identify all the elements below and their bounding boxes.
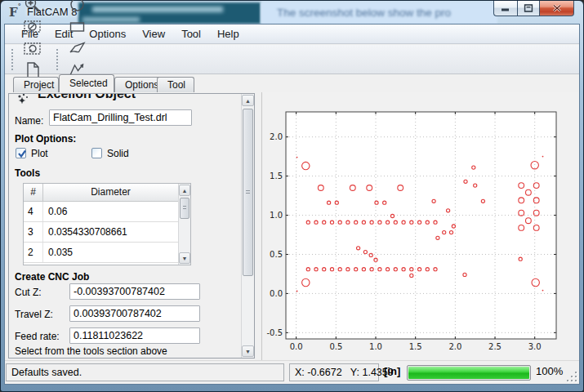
svg-text:-0.5: -0.5	[266, 328, 283, 337]
statusbar: Defaults saved. X: -0.6672 Y: 1.4359 [in…	[5, 360, 579, 384]
svg-text:2.5: 2.5	[488, 342, 502, 351]
background-bleed-text: The screenshot below show the pro	[277, 7, 522, 19]
svg-text:2.0: 2.0	[448, 342, 461, 351]
tools-label: Tools	[15, 167, 40, 179]
tab-selected[interactable]: Selected	[59, 74, 114, 92]
status-message: Defaults saved.	[6, 363, 284, 381]
table-scroll-up-icon[interactable]: ▲	[179, 185, 190, 196]
svg-text:0.0: 0.0	[270, 289, 283, 298]
zoom-in-icon[interactable]	[21, 0, 43, 16]
solid-checkbox[interactable]	[91, 148, 102, 158]
name-label: Name:	[15, 115, 43, 127]
table-scrollbar-thumb[interactable]	[180, 198, 189, 219]
cnc-label-2: Feed rate:	[15, 331, 60, 342]
menubar: FileEditOptionsViewToolHelp	[5, 24, 579, 44]
units-indicator[interactable]: [in]	[384, 365, 400, 377]
tool-diameter[interactable]: 0.035	[43, 243, 178, 262]
svg-text:1.0: 1.0	[369, 342, 382, 351]
cnc-section-title: Create CNC Job	[15, 271, 89, 283]
app-window: The screenshot below show the pro F° Fla…	[0, 0, 584, 392]
tool-number[interactable]: 2	[24, 243, 43, 262]
tool-number[interactable]: 4	[24, 202, 43, 221]
panel-title: Excellon Object	[38, 93, 136, 101]
cnc-label-0: Cut Z:	[15, 287, 42, 298]
panel-scroll-down-icon[interactable]: ▼	[242, 345, 254, 357]
tab-project[interactable]: Project	[13, 77, 59, 92]
tool-diameter[interactable]: 0.06	[43, 202, 178, 221]
maximize-button[interactable]	[517, 1, 540, 16]
draw-polygon-icon[interactable]	[66, 38, 88, 60]
svg-text:0.5: 0.5	[329, 342, 342, 351]
draw-rectangle-icon[interactable]	[66, 16, 88, 38]
panel-scrollbar[interactable]: ▲ ▼	[241, 94, 254, 358]
toolbar-grip[interactable]	[11, 49, 16, 70]
svg-text:1.5: 1.5	[270, 172, 283, 180]
panel-scrollbar-thumb[interactable]	[243, 109, 253, 276]
cnc-input-travel-z-[interactable]	[69, 305, 200, 322]
plot-checkbox[interactable]	[16, 148, 26, 158]
svg-text:0.0: 0.0	[290, 342, 303, 351]
svg-text:1.5: 1.5	[409, 342, 422, 351]
table-scroll-down-icon[interactable]: ▼	[179, 252, 190, 264]
table-scrollbar[interactable]: ▲ ▼	[178, 184, 190, 265]
tool-diameter[interactable]: 0.0354330708661	[43, 222, 178, 242]
cnc-input-cut-z-[interactable]	[69, 283, 200, 300]
menu-help[interactable]: Help	[209, 25, 247, 42]
progress-bar	[407, 365, 531, 381]
svg-text:0.5: 0.5	[270, 250, 283, 259]
toolbar: Ok	[5, 45, 579, 74]
tools-hint: Select from the tools section above	[15, 345, 167, 357]
tools-table-header[interactable]: # Diameter	[24, 184, 178, 202]
selected-object-panel: Excellon Object Name: Plot Options: Plot…	[8, 93, 255, 359]
minimize-button[interactable]	[493, 1, 517, 16]
col-header-diameter[interactable]: Diameter	[43, 184, 178, 201]
svg-text:1.0: 1.0	[270, 211, 283, 220]
cnc-label-1: Travel Z:	[15, 309, 53, 320]
draw-circle-icon[interactable]	[66, 0, 88, 16]
svg-text:2.0: 2.0	[270, 132, 283, 141]
cnc-input-feed-rate-[interactable]	[69, 327, 200, 344]
plot-options-label: Plot Options:	[15, 133, 76, 145]
col-header-number[interactable]: #	[24, 184, 43, 201]
background-bleed-textbar2	[82, 17, 140, 22]
tools-table: # Diameter 40.0630.035433070866120.035 ▲…	[23, 183, 191, 265]
panel-scroll-up-icon[interactable]: ▲	[242, 95, 254, 106]
replot-icon[interactable]	[21, 38, 43, 60]
clear-plot-icon[interactable]	[21, 16, 43, 38]
tab-tool[interactable]: Tool	[157, 77, 194, 92]
coordinates-readout: X: -0.6672 Y: 1.4359	[289, 363, 379, 381]
name-input[interactable]	[49, 109, 192, 126]
excellon-drill-icon	[16, 93, 32, 110]
plot-checkbox-label: Plot	[31, 148, 48, 159]
tab-bar: ProjectSelectedOptionsTool	[8, 74, 278, 92]
plot-canvas[interactable]: 0.00.51.01.52.02.53.0-0.50.00.51.01.52.0	[262, 110, 577, 361]
menu-view[interactable]: View	[134, 25, 173, 42]
tool-row-3[interactable]: 30.0354330708661	[24, 222, 178, 243]
menu-tool[interactable]: Tool	[173, 25, 209, 42]
solid-checkbox-label: Solid	[107, 148, 129, 159]
toolbar-grip-2[interactable]	[56, 49, 60, 70]
close-button[interactable]	[540, 1, 574, 16]
tool-row-2[interactable]: 20.035	[24, 243, 178, 263]
background-bleed-textbar	[92, 7, 223, 12]
tool-row-4[interactable]: 40.06	[24, 202, 178, 222]
progress-percent: 100%	[536, 365, 563, 377]
tool-number[interactable]: 3	[24, 222, 43, 242]
svg-text:3.0: 3.0	[528, 342, 542, 351]
plot-region: 0.00.51.01.52.02.53.0-0.50.00.51.01.52.0	[261, 92, 579, 362]
progress-fill	[408, 367, 529, 379]
resize-grip-icon[interactable]	[566, 371, 577, 381]
